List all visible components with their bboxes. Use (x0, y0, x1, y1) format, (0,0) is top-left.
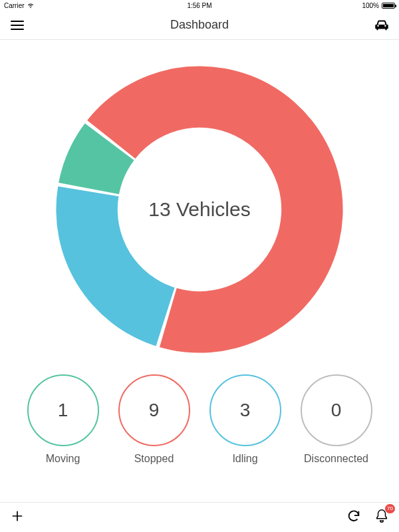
bottom-toolbar: 70 (0, 502, 399, 529)
wifi-icon (27, 2, 34, 9)
donut-center-label: 13 Vehicles (120, 130, 279, 289)
refresh-button[interactable] (344, 507, 363, 525)
stat-circle-idling[interactable]: 3 (209, 374, 281, 446)
add-button[interactable] (8, 507, 27, 525)
main-content: 13 Vehicles 1Moving9Stopped3Idling0Disco… (0, 40, 399, 471)
battery-icon (382, 3, 395, 9)
stat-moving: 1Moving (27, 374, 99, 465)
stat-disconnected: 0Disconnected (301, 374, 372, 465)
hamburger-icon (9, 17, 25, 33)
stats-row: 1Moving9Stopped3Idling0Disconnected (13, 374, 386, 465)
clock-label: 1:56 PM (187, 2, 211, 9)
stat-label: Stopped (134, 453, 174, 465)
battery-label: 100% (362, 2, 379, 9)
stat-idling: 3Idling (209, 374, 281, 465)
stat-label: Idling (232, 453, 257, 465)
stat-stopped: 9Stopped (118, 374, 190, 465)
plus-icon (11, 509, 24, 523)
refresh-icon (346, 509, 361, 523)
stat-circle-stopped[interactable]: 9 (118, 374, 190, 446)
stat-label: Moving (46, 453, 80, 465)
vehicle-donut-chart: 13 Vehicles (53, 63, 346, 356)
vehicle-button[interactable] (372, 16, 391, 35)
car-icon (373, 17, 390, 34)
page-title: Dashboard (27, 18, 372, 32)
notification-badge: 70 (385, 504, 395, 513)
carrier-label: Carrier (4, 2, 25, 9)
stat-label: Disconnected (304, 453, 368, 465)
notifications-button[interactable]: 70 (372, 507, 391, 525)
stat-circle-moving[interactable]: 1 (27, 374, 99, 446)
app-header: Dashboard (0, 11, 399, 40)
stat-circle-disconnected[interactable]: 0 (301, 374, 372, 446)
menu-button[interactable] (8, 16, 27, 35)
status-bar: Carrier 1:56 PM 100% (0, 0, 399, 11)
